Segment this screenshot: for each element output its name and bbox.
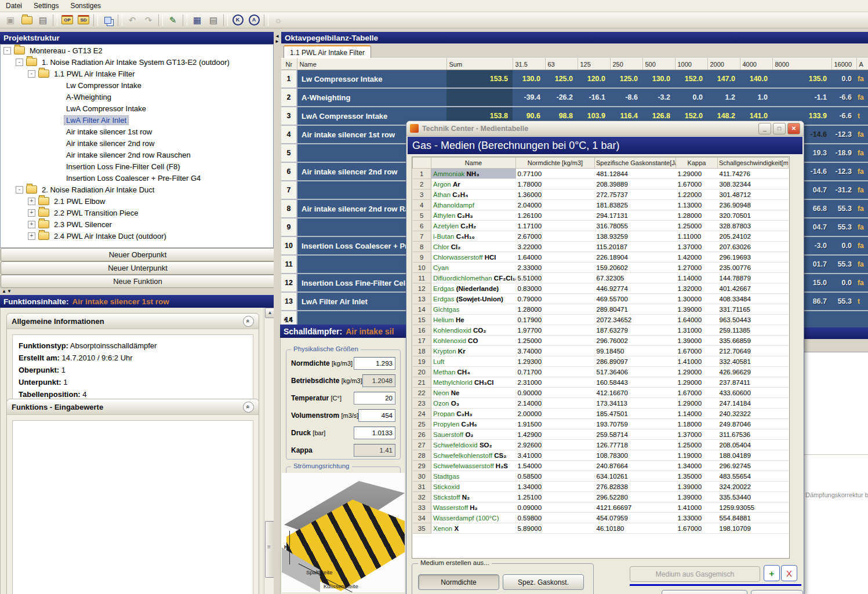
i-Butan[interactable]: 7 i-Butan C₄H₁₀ 2.67000 138.93259 1.1100…: [413, 231, 789, 242]
tree-expander-icon[interactable]: [42, 140, 49, 147]
tree-expander-icon[interactable]: [42, 82, 49, 89]
col-250[interactable]: 250: [610, 59, 642, 70]
toolbar-separator[interactable]: [93, 14, 98, 26]
tree-expander-icon[interactable]: -: [16, 186, 23, 194]
gcol-kappa[interactable]: Kappa: [676, 158, 718, 169]
print-icon[interactable]: ▤: [35, 13, 50, 27]
tree-expander-icon[interactable]: -: [16, 59, 23, 66]
Erdgas[interactable]: 13 Erdgas (Sowjet-Union) 0.79000 469.557…: [413, 294, 789, 304]
Methylchlorid[interactable]: 21 Methylchlorid CH₃Cl 2.31000 160.58443…: [413, 377, 789, 388]
neuer-unterpunkt-button[interactable]: Neuer Unterpunkt: [1, 261, 275, 275]
col-a[interactable]: A: [856, 59, 868, 70]
tree-expander-icon[interactable]: [42, 117, 49, 123]
Schwefelkohlenstoff[interactable]: 28 Schwefelkohlenstoff CS₂ 3.41000 108.7…: [413, 450, 789, 461]
col-125[interactable]: 125: [578, 59, 610, 70]
new-op-icon[interactable]: OP: [60, 13, 75, 27]
menu-settings[interactable]: Settings: [28, 1, 64, 11]
Argon[interactable]: 2 Argon Ar 1.78000 208.39889 1.67000 308…: [413, 179, 789, 190]
Wasserstoff[interactable]: 33 Wasserstoff H₂ 0.09000 4121.66697 1.4…: [413, 502, 789, 513]
value-input[interactable]: 1.0133: [354, 427, 395, 439]
close-icon[interactable]: ✕: [787, 123, 800, 134]
col-500[interactable]: 500: [642, 59, 675, 70]
tree-item[interactable]: + 2.4 PWL Air Intake Duct (outdoor): [1, 230, 273, 242]
tree-item[interactable]: Air intake silencer 1st row: [1, 126, 273, 137]
col-1000[interactable]: 1000: [675, 59, 707, 70]
undo-icon[interactable]: ↶: [125, 13, 140, 27]
gcol-index[interactable]: [413, 158, 431, 169]
col-31-5[interactable]: 31.5: [513, 59, 545, 70]
tree-expander-icon[interactable]: [42, 152, 49, 158]
value-input[interactable]: 454: [358, 409, 395, 422]
tree-item[interactable]: + 2.3 PWL Silencer: [1, 218, 273, 230]
Wasserdampf (100°C)[interactable]: 34 Wasserdampf (100°C) 0.59800 454.07959…: [413, 513, 789, 523]
Lw Compressor Intake[interactable]: 1 Lw Compressor Intake 153.5 130.0 125.0…: [281, 70, 868, 89]
tree-item[interactable]: LwA Compressor Intake: [1, 103, 273, 114]
Chlor[interactable]: 8 Chlor Cl₂ 3.22000 115.20187 1.37000 20…: [413, 242, 789, 252]
cut-button[interactable]: [751, 590, 803, 594]
tree-expander-icon[interactable]: [42, 94, 49, 100]
col-2000[interactable]: 2000: [707, 59, 740, 70]
open-folder-icon[interactable]: [19, 13, 34, 27]
tree-expander-icon[interactable]: [42, 175, 49, 181]
collapse-chevron-icon[interactable]: «: [243, 316, 254, 327]
col-name[interactable]: Name: [297, 59, 446, 70]
bulb-icon[interactable]: ☼: [271, 13, 286, 27]
col-8000[interactable]: 8000: [772, 59, 831, 70]
Schwefelwasserstoff[interactable]: 29 Schwefelwasserstoff H₂S 1.54000 240.8…: [413, 461, 789, 471]
value-input[interactable]: 1.41: [354, 444, 395, 457]
Cyan[interactable]: 10 Cyan 2.33000 159.20602 1.27000 235.00…: [413, 263, 789, 273]
tree-item[interactable]: Insertion Loss Coalescer + Pre-Filter G4: [1, 172, 273, 184]
Chlorwasserstoff[interactable]: 9 Chlorwasserstoff HCl 1.64000 226.18904…: [413, 252, 789, 263]
gcol-normdichte[interactable]: Normdichte [kg/m3]: [516, 158, 595, 169]
Erdgas[interactable]: 12 Erdgas (Niederlande) 0.83000 446.9277…: [413, 283, 789, 294]
Stadtgas[interactable]: 30 Stadtgas 0.58500 634.10261 1.35000 48…: [413, 471, 789, 482]
Methan[interactable]: 20 Methan CH₄ 0.71700 517.36406 1.29000 …: [413, 367, 789, 377]
tree-expander-icon[interactable]: -: [3, 47, 11, 54]
gcol-name[interactable]: Name: [431, 158, 516, 169]
tree-expander-icon[interactable]: +: [28, 198, 35, 205]
col-nr[interactable]: Nr: [281, 59, 297, 70]
funktionsinhalte-scrollbar[interactable]: ▲: [264, 308, 274, 594]
edit-table-icon[interactable]: ✎: [165, 13, 180, 27]
delete-icon[interactable]: X: [781, 565, 797, 581]
tree-expander-icon[interactable]: +: [28, 232, 35, 240]
Propylen[interactable]: 25 Propylen C₃H₆ 1.91500 193.70759 1.180…: [413, 419, 789, 429]
Neon[interactable]: 22 Neon Ne 0.90000 412.16670 1.67000 433…: [413, 388, 789, 398]
Luft[interactable]: 19 Luft 1.29300 286.89097 1.41000 332.40…: [413, 356, 789, 367]
tree-expander-icon[interactable]: [42, 129, 49, 135]
tree-expander-icon[interactable]: -: [28, 70, 35, 78]
Gichtgas[interactable]: 14 Gichtgas 1.28000 289.80471 1.39000 33…: [413, 304, 789, 315]
tree-item[interactable]: + 2.2 PWL Transition Piece: [1, 207, 273, 218]
tree-item[interactable]: Lw Compressor Intake: [1, 79, 273, 91]
Ammoniak[interactable]: 1 Ammoniak NH₃ 0.77100 481.12844 1.29000…: [413, 169, 789, 179]
tree-item[interactable]: - 1. Noise Radiation Air Intake System G…: [1, 56, 273, 68]
Ozon[interactable]: 23 Ozon O₃ 2.14000 173.34113 1.29000 247…: [413, 398, 789, 409]
save-icon[interactable]: ▣: [3, 13, 18, 27]
medium-aus-gasgemisch-button[interactable]: Medium aus Gasgemisch: [630, 566, 760, 582]
toolbar-separator[interactable]: [53, 14, 57, 26]
add-icon[interactable]: +: [764, 565, 780, 581]
tab-pwl-air-intake-filter[interactable]: 1.1 PWL Air Intake Filter: [284, 45, 371, 59]
new-sd-icon[interactable]: SD: [76, 13, 91, 27]
tree-expander-icon[interactable]: [42, 163, 49, 170]
Xenon[interactable]: 35 Xenon X 5.89000 46.10180 1.67000 198.…: [413, 523, 789, 534]
tree-expander-icon[interactable]: +: [28, 221, 35, 228]
value-input[interactable]: 20: [354, 392, 395, 404]
rotate-a-icon[interactable]: A: [246, 13, 262, 27]
panel-splitter-handle[interactable]: ▲▼: [2, 289, 12, 294]
grid-icon[interactable]: ▦: [190, 13, 205, 27]
tree-item[interactable]: Air intake silencer 2nd row Rauschen: [1, 149, 273, 161]
Stickstoff[interactable]: 32 Stickstoff N₂ 1.25100 296.52280 1.390…: [413, 492, 789, 502]
toolbar-separator[interactable]: [118, 14, 122, 26]
tree-item[interactable]: + 2.1 PWL Elbow: [1, 195, 273, 207]
rotate-k-icon[interactable]: K: [230, 13, 245, 27]
col-16000[interactable]: 16000: [831, 59, 856, 70]
neue-funktion-button[interactable]: Neue Funktion: [1, 275, 275, 288]
toolbar-separator[interactable]: [158, 14, 163, 26]
value-input[interactable]: 1.2048: [362, 374, 395, 387]
tree-item[interactable]: LwA Filter Air Inlet: [1, 114, 273, 126]
Propan[interactable]: 24 Propan C₃H₃ 2.00000 185.47501 1.14000…: [413, 409, 789, 419]
Kohlendioxid[interactable]: 16 Kohlendioxid CO₂ 1.97700 187.63279 1.…: [413, 325, 789, 336]
gcol-gaskonstante[interactable]: Spezifische Gaskonstante[J/kg*K]: [595, 158, 676, 169]
Krypton[interactable]: 18 Krypton Kr 3.74000 99.18450 1.67000 2…: [413, 346, 789, 356]
